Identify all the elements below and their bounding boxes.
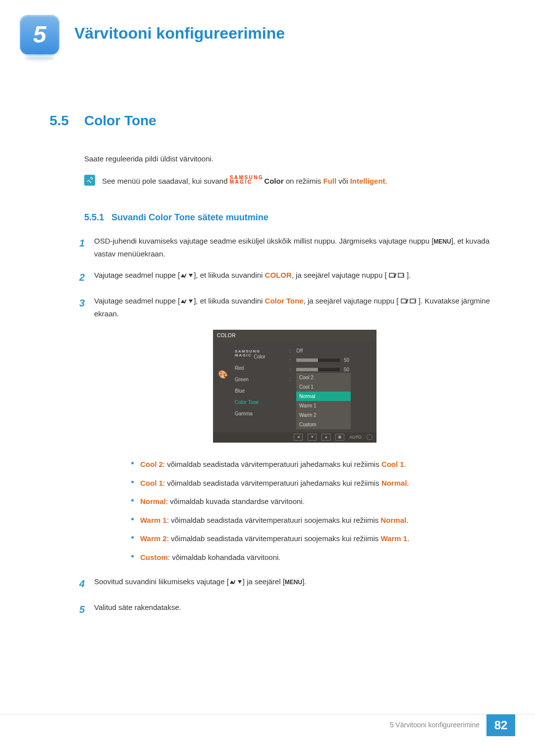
osd-nav-enter-icon: ▣ bbox=[335, 434, 344, 441]
note-mode-full: Full bbox=[323, 177, 337, 185]
subsection-heading: 5.5.1 Suvandi Color Tone sätete muutmine bbox=[84, 210, 535, 225]
up-down-icon bbox=[229, 575, 243, 588]
step-3: 3 Vajutage seadmel nuppe [ ], et liikuda… bbox=[79, 295, 535, 450]
osd-power-icon bbox=[367, 434, 373, 440]
osd-item-green: Green bbox=[235, 374, 289, 385]
subsection-number: 5.5.1 bbox=[84, 210, 111, 225]
bullet-cool1: Cool 1: võimaldab seadistada värvitemper… bbox=[131, 474, 490, 493]
up-down-icon bbox=[180, 269, 194, 282]
menu-button-label: MENU bbox=[285, 579, 302, 586]
samsung-magic-logo: SAMSUNGMAGIC bbox=[230, 175, 264, 184]
note-icon bbox=[84, 175, 95, 186]
svg-rect-9 bbox=[401, 299, 406, 303]
chapter-header: 5 Värvitooni konfigureerimine bbox=[0, 0, 535, 54]
steps-list: 1 OSD-juhendi kuvamiseks vajutage seadme… bbox=[79, 235, 535, 450]
section-number: 5.5 bbox=[50, 109, 84, 133]
note-mid: on režiimis bbox=[286, 177, 323, 185]
manual-page: 5 Värvitooni konfigureerimine 5.5 Color … bbox=[0, 0, 535, 756]
osd-nav-up-icon: ▲ bbox=[321, 434, 330, 441]
svg-rect-3 bbox=[389, 273, 394, 277]
osd-menu: SAMSUNGMAGIC Color Red Green Blue Color … bbox=[235, 346, 289, 429]
section-heading: 5.5 Color Tone bbox=[50, 109, 535, 133]
chapter-title: Värvitooni konfigureerimine bbox=[74, 20, 285, 47]
osd-item-gamma: Gamma bbox=[235, 408, 289, 419]
note-text: See menüü pole saadaval, kui suvand SAMS… bbox=[102, 175, 387, 188]
bullet-custom: Custom: võimaldab kohandada värvitooni. bbox=[131, 548, 490, 567]
step2-target: COLOR bbox=[265, 271, 292, 279]
osd-item-colortone: Color Tone bbox=[235, 397, 289, 408]
bullet-warm1: Warm 1: võimaldab seadistada värvitemper… bbox=[131, 511, 490, 530]
osd-nav-bar: ◄ ▼ ▲ ▣ AUTO bbox=[213, 432, 376, 443]
svg-marker-6 bbox=[181, 300, 185, 303]
note-block: See menüü pole saadaval, kui suvand SAMS… bbox=[84, 175, 535, 188]
note-prod: Color bbox=[264, 177, 283, 185]
source-enter-icon bbox=[398, 297, 418, 305]
osd-item-blue: Blue bbox=[235, 385, 289, 397]
subsection-title: Suvandi Color Tone sätete muutmine bbox=[111, 210, 268, 225]
svg-marker-2 bbox=[189, 274, 193, 277]
svg-marker-8 bbox=[189, 300, 193, 303]
step3-target: Color Tone bbox=[265, 297, 304, 305]
osd-selected: Normal bbox=[296, 392, 351, 401]
osd-auto-label: AUTO bbox=[349, 434, 362, 441]
chapter-number-badge: 5 bbox=[20, 15, 59, 54]
palette-icon: 🎨 bbox=[218, 368, 228, 378]
osd-item-red: Red bbox=[235, 362, 289, 374]
page-footer: 5 Värvitooni konfigureerimine 82 bbox=[0, 714, 535, 736]
bullet-warm2: Warm 2: võimaldab seadistada värvitemper… bbox=[131, 529, 490, 548]
osd-slider-red bbox=[296, 358, 340, 362]
note-mode-intelligent: Intelligent bbox=[350, 177, 385, 185]
osd-screenshot: COLOR 🎨 SAMSUNGMAGIC Color Red Green bbox=[213, 330, 376, 443]
source-enter-icon bbox=[387, 271, 407, 279]
osd-nav-left-icon: ◄ bbox=[294, 434, 303, 441]
section-title: Color Tone bbox=[84, 109, 157, 133]
bullet-normal: Normal: võimaldab kuvada standardse värv… bbox=[131, 492, 490, 511]
osd-title: COLOR bbox=[213, 330, 376, 341]
step-5: 5 Valitud säte rakendatakse. bbox=[79, 601, 535, 618]
bullet-cool2: Cool 2: võimaldab seadistada värvitemper… bbox=[131, 455, 490, 474]
section-intro: Saate reguleerida pildi üldist värvitoon… bbox=[84, 152, 535, 165]
footer-chapter-label: 5 Värvitooni konfigureerimine bbox=[383, 714, 486, 736]
osd-nav-down-icon: ▼ bbox=[308, 434, 317, 441]
step-1: 1 OSD-juhendi kuvamiseks vajutage seadme… bbox=[79, 235, 535, 260]
osd-off: Off bbox=[296, 347, 303, 355]
osd-slider-green bbox=[296, 368, 340, 371]
footer-page-number: 82 bbox=[486, 714, 515, 736]
step-2: 2 Vajutage seadmel nuppe [ ], et liikuda… bbox=[79, 269, 535, 286]
option-descriptions: Cool 2: võimaldab seadistada värvitemper… bbox=[111, 455, 535, 566]
step-4: 4 Soovitud suvandini liikumiseks vajutag… bbox=[79, 575, 535, 592]
svg-marker-12 bbox=[230, 580, 234, 584]
svg-marker-0 bbox=[181, 274, 185, 277]
svg-rect-1 bbox=[184, 274, 187, 278]
note-or: või bbox=[338, 177, 350, 185]
note-text-pre: See menüü pole saadaval, kui suvand bbox=[102, 177, 230, 185]
svg-rect-13 bbox=[233, 580, 235, 584]
svg-rect-7 bbox=[184, 300, 187, 303]
up-down-icon bbox=[180, 295, 194, 307]
svg-marker-14 bbox=[238, 580, 242, 584]
osd-dropdown: Cool 2 Cool 1 Normal Warm 1 Warm 2 Custo… bbox=[296, 373, 351, 429]
menu-button-label: MENU bbox=[433, 238, 451, 245]
